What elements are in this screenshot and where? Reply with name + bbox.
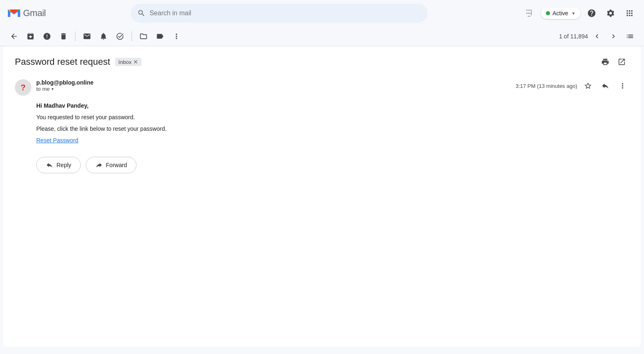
help-button[interactable]	[584, 5, 599, 21]
reset-password-link[interactable]: Reset Password	[36, 137, 78, 144]
message-meta: 3:17 PM (13 minutes ago)	[515, 79, 629, 92]
star-icon	[584, 82, 592, 90]
sender-info: p.blog@pblog.online to me ▾	[36, 79, 510, 92]
filter-options-button[interactable]	[522, 5, 538, 21]
remove-inbox-tag-button[interactable]: ✕	[133, 59, 138, 65]
chevron-right-icon	[609, 32, 618, 40]
star-button[interactable]	[581, 79, 595, 92]
recipient-expand-icon: ▾	[52, 87, 54, 91]
archive-button[interactable]	[23, 29, 38, 44]
view-toggle-button[interactable]	[623, 29, 637, 44]
more-vert-icon	[172, 32, 181, 40]
back-arrow-icon	[10, 32, 18, 40]
reply-icon-button[interactable]	[599, 79, 612, 92]
reply-btn-icon	[46, 161, 53, 169]
gmail-logo-icon	[7, 6, 21, 21]
active-status-button[interactable]: Active ▼	[541, 7, 581, 19]
move-to-button[interactable]	[136, 29, 151, 44]
email-toolbar: 1 of 11,894	[0, 26, 644, 46]
add-task-button[interactable]	[113, 29, 127, 44]
avatar-question-icon: ?	[21, 83, 26, 92]
spam-icon	[43, 32, 51, 40]
search-input[interactable]	[150, 9, 421, 17]
open-in-new-window-button[interactable]	[614, 54, 629, 69]
toolbar-separator-1	[75, 31, 75, 41]
move-icon	[139, 32, 148, 40]
reply-button[interactable]: Reply	[36, 157, 81, 173]
email-count: 1 of 11,894	[559, 33, 588, 40]
more-options-button[interactable]	[169, 29, 184, 44]
chevron-left-icon	[593, 32, 601, 40]
email-body-line-1: You requested to reset your password.	[36, 114, 629, 120]
sender-avatar: ?	[15, 79, 31, 96]
topbar-right: Active ▼	[522, 5, 637, 21]
apps-icon	[625, 9, 634, 18]
message-wrapper: ? p.blog@pblog.online to me ▾ 3:17 PM (1…	[15, 79, 629, 173]
toolbar-separator-2	[132, 31, 132, 41]
message-body: Hi Madhav Pandey, You requested to reset…	[15, 102, 629, 144]
mark-unread-button[interactable]	[80, 29, 94, 44]
active-dot-icon	[546, 11, 550, 15]
more-vert-msg-icon	[618, 82, 627, 90]
help-icon	[587, 9, 596, 18]
prev-email-button[interactable]	[590, 29, 604, 44]
mark-unread-icon	[83, 32, 91, 40]
to-me-label[interactable]: to me ▾	[36, 86, 510, 92]
gmail-logo-text: Gmail	[23, 8, 46, 19]
filter-icon	[525, 9, 534, 18]
inbox-label: Inbox	[118, 59, 132, 65]
reply-label: Reply	[56, 162, 71, 168]
logo-area: Gmail	[7, 6, 81, 21]
email-subject: Password reset request	[15, 57, 110, 67]
action-buttons: Reply Forward	[15, 157, 629, 173]
view-list-icon	[626, 32, 634, 40]
forward-button[interactable]: Forward	[86, 157, 136, 173]
topbar: Gmail Active ▼	[0, 0, 644, 26]
search-bar[interactable]	[131, 4, 428, 23]
task-icon	[116, 32, 124, 40]
archive-icon	[26, 32, 35, 40]
active-label: Active	[552, 10, 568, 17]
labels-button[interactable]	[153, 29, 167, 44]
inbox-badge: Inbox ✕	[115, 58, 141, 66]
email-subject-row: Password reset request Inbox ✕	[15, 54, 629, 69]
print-button[interactable]	[598, 54, 613, 69]
gear-icon	[606, 9, 615, 18]
message-more-button[interactable]	[616, 79, 629, 92]
email-body-line-2: Please, click the link below to reset yo…	[36, 125, 629, 132]
email-actions-right	[598, 54, 629, 69]
message-header: ? p.blog@pblog.online to me ▾ 3:17 PM (1…	[15, 79, 629, 96]
email-greeting: Hi Madhav Pandey,	[36, 102, 629, 109]
search-icon	[137, 9, 146, 17]
delete-icon	[59, 32, 68, 40]
open-external-icon	[618, 58, 626, 66]
next-email-button[interactable]	[606, 29, 621, 44]
forward-btn-icon	[95, 161, 103, 169]
delete-button[interactable]	[56, 29, 71, 44]
apps-button[interactable]	[622, 5, 637, 21]
back-button[interactable]	[7, 29, 21, 44]
chevron-down-icon: ▼	[571, 11, 576, 16]
message-time: 3:17 PM (13 minutes ago)	[515, 83, 577, 89]
forward-label: Forward	[106, 162, 127, 168]
reply-icon	[601, 82, 609, 90]
snooze-icon	[99, 32, 108, 40]
sender-email: p.blog@pblog.online	[36, 79, 510, 86]
label-icon	[156, 32, 164, 40]
toolbar-right: 1 of 11,894	[559, 29, 637, 44]
settings-button[interactable]	[603, 5, 618, 21]
email-container: Password reset request Inbox ✕ ?	[3, 46, 641, 347]
print-icon	[601, 58, 609, 66]
snooze-button[interactable]	[96, 29, 111, 44]
spam-button[interactable]	[40, 29, 54, 44]
